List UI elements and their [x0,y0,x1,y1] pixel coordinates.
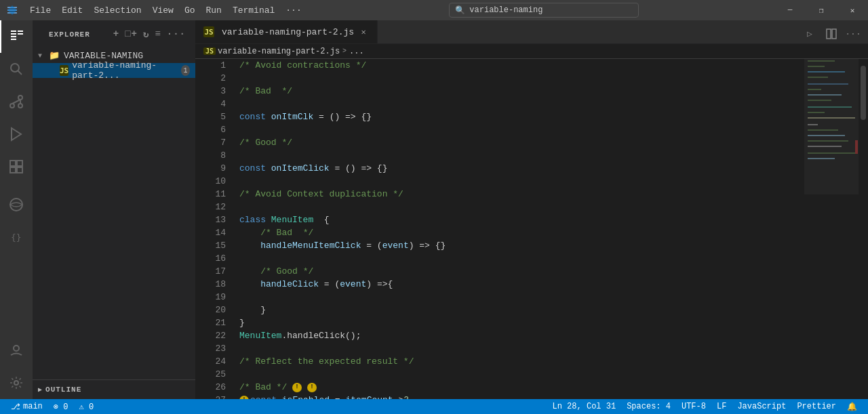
svg-point-15 [14,381,18,385]
titlebar-right: ─ ❐ ✕ [774,0,868,20]
status-prettier[interactable]: Prettier [791,399,842,414]
code-line: !const isEnabled = itemCount >3 [239,394,804,399]
menu-edit[interactable]: Edit [56,3,88,18]
js-file-icon: JS [60,65,68,76]
code-line: /* Reflect the expected result */ [239,355,804,368]
activity-explorer[interactable] [0,20,33,53]
activity-remote[interactable] [0,188,33,221]
tab-label: variable-naming-part-2.js [222,27,354,37]
menu-selection[interactable]: Selection [88,3,146,18]
code-line [239,252,804,265]
tab-js-icon: JS [203,26,214,37]
scrollbar-track[interactable] [859,59,868,399]
code-line: /* Bad */ [239,85,804,98]
minimize-button[interactable]: ─ [774,0,806,20]
activity-extensions[interactable] [0,150,33,183]
code-line [239,201,804,213]
more-actions-button[interactable]: ··· [844,24,863,43]
outline-section: ▶ OUTLINE [33,379,195,399]
status-spaces[interactable]: Spaces: 4 [621,399,676,414]
menu-view[interactable]: View [147,3,179,18]
code-line [239,175,804,188]
svg-marker-7 [12,128,21,140]
code-content[interactable]: /* Avoid contractions */ /* Bad */ const… [233,59,804,399]
menu-file[interactable]: File [24,3,56,18]
new-folder-icon[interactable]: □+ [123,27,139,41]
close-button[interactable]: ✕ [837,0,868,20]
line-ending-text: LF [717,402,726,411]
code-line: const onItemClick = () => {} [239,162,804,175]
code-line: } [239,316,804,329]
line-numbers: 1234567891011121314151617181920212223242… [195,59,233,399]
status-warnings[interactable]: ⚠ 0 [73,399,99,414]
breadcrumb-file[interactable]: variable-naming-part-2.js [218,47,340,56]
status-errors[interactable]: ⊗ 0 [48,399,74,414]
status-feedback[interactable]: 🔔 [842,399,863,414]
svg-rect-36 [804,59,859,194]
menu-go[interactable]: Go [179,3,201,18]
language-text: JavaScript [737,402,786,411]
code-line: handleClick = (event) =>{ [239,278,804,291]
code-line: /* Avoid Context duplication */ [239,188,804,201]
tab-active[interactable]: JS variable-naming-part-2.js ✕ [195,20,378,43]
titlebar-left: File Edit Selection View Go Run Terminal… [0,3,314,18]
svg-point-3 [18,96,22,100]
minimap [804,59,859,399]
code-line: /* Good */ [239,265,804,278]
svg-rect-11 [17,167,22,173]
activity-accounts[interactable] [0,334,33,367]
file-variable-naming[interactable]: JS variable-naming-part-2... 1 [33,63,195,78]
breadcrumb: JS variable-naming-part-2.js > ... [195,44,868,59]
collapse-icon[interactable]: ≡ [153,27,162,41]
code-line: /* Bad */ [239,226,804,239]
new-file-icon[interactable]: + [112,27,121,41]
code-line [239,342,804,355]
warning-icon: ⚠ 0 [79,402,94,412]
sidebar: EXPLORER + □+ ↻ ≡ ··· ▼ 📁 VARIABLE-NAMIN… [33,20,195,399]
activity-snippets[interactable]: {} [0,221,33,253]
svg-rect-16 [827,29,831,39]
split-editor-button[interactable] [822,24,841,43]
search-box[interactable]: 🔍 variable-naming [449,3,639,18]
tab-close-button[interactable]: ✕ [358,26,369,37]
activity-bar: {} [0,20,33,399]
svg-rect-9 [17,161,22,166]
status-branch[interactable]: ⎇ main [5,399,48,414]
activity-source-control[interactable] [0,85,33,118]
code-editor: 1234567891011121314151617181920212223242… [195,59,868,399]
search-icon: 🔍 [455,5,465,16]
code-line: } [239,304,804,316]
code-line: class MenuItem { [239,213,804,226]
refresh-icon[interactable]: ↻ [142,27,151,41]
outline-header[interactable]: ▶ OUTLINE [33,383,195,396]
code-line [239,123,804,136]
more-icon[interactable]: ··· [165,27,187,41]
status-encoding[interactable]: UTF-8 [676,399,711,414]
file-name: variable-naming-part-2... [72,60,181,81]
maximize-button[interactable]: ❐ [806,0,837,20]
code-line [239,98,804,110]
outline-label: OUTLINE [45,386,81,394]
activity-settings[interactable] [0,367,33,399]
menu-ellipsis[interactable]: ··· [280,3,307,18]
folder-arrow-icon: ▼ [38,52,49,60]
folder-name: VARIABLE-NAMING [64,51,143,61]
code-line: /* Bad */ ! ! [239,381,804,394]
svg-rect-17 [832,29,836,39]
sidebar-title: EXPLORER [49,30,90,39]
status-language[interactable]: JavaScript [732,399,791,414]
prettier-text: Prettier [797,402,836,411]
activity-search[interactable] [0,53,33,85]
code-line [239,291,804,304]
code-line: handleMenuItemClick = (event) => {} [239,239,804,252]
menu-terminal[interactable]: Terminal [227,3,280,18]
run-button[interactable]: ▷ [800,24,819,43]
status-bar: ⎇ main ⊗ 0 ⚠ 0 Ln 28, Col 31 Spaces: 4 U… [0,399,868,414]
status-line-ending[interactable]: LF [711,399,732,414]
encoding-text: UTF-8 [682,402,706,411]
status-line-col[interactable]: Ln 28, Col 31 [547,399,622,414]
activity-run[interactable] [0,118,33,150]
scrollbar-thumb[interactable] [861,66,866,120]
menu-run[interactable]: Run [200,3,226,18]
breadcrumb-more[interactable]: ... [349,47,364,56]
